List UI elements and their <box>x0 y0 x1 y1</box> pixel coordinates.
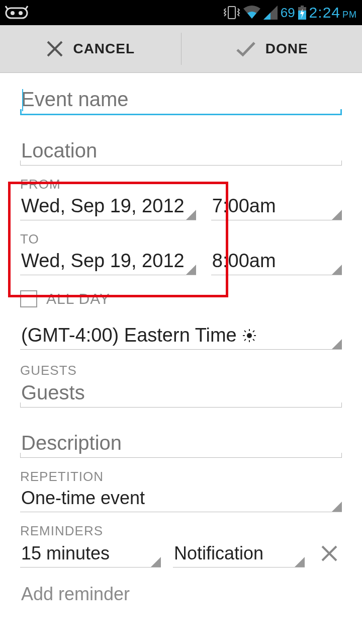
svg-line-18 <box>244 339 246 341</box>
description-input[interactable] <box>20 425 342 458</box>
svg-line-19 <box>253 331 254 332</box>
svg-line-4 <box>26 6 28 9</box>
to-time-spinner[interactable]: 8:00am <box>211 248 342 275</box>
description-wrapper <box>20 425 342 458</box>
svg-point-11 <box>247 333 252 338</box>
event-form: FROM Wed, Sep 19, 2012 7:00am TO Wed, Se… <box>0 82 362 607</box>
text-cursor <box>22 89 23 111</box>
done-label: DONE <box>265 41 308 57</box>
guests-label: GUESTS <box>20 363 342 378</box>
guests-input[interactable] <box>20 379 342 408</box>
to-date-spinner[interactable]: Wed, Sep 19, 2012 <box>20 248 196 275</box>
remove-reminder-button[interactable] <box>317 544 342 568</box>
action-bar: CANCEL DONE <box>0 25 362 73</box>
from-time-spinner[interactable]: 7:00am <box>211 193 342 220</box>
repetition-spinner[interactable]: One-time event <box>20 486 342 512</box>
signal-icon <box>263 6 278 20</box>
svg-rect-5 <box>228 7 235 19</box>
status-bar: 69 2:24PM <box>0 0 362 25</box>
from-label: FROM <box>20 177 342 192</box>
reminder-type-spinner[interactable]: Notification <box>173 541 305 568</box>
vibrate-icon <box>223 5 240 20</box>
all-day-checkbox[interactable] <box>20 290 37 307</box>
check-icon <box>235 40 256 58</box>
svg-point-1 <box>11 11 15 15</box>
to-label: TO <box>20 231 342 247</box>
status-right: 69 2:24PM <box>223 4 357 21</box>
cyanogenmod-icon <box>5 5 28 20</box>
reminder-row: 15 minutes Notification <box>20 541 342 568</box>
guests-wrapper <box>20 379 342 408</box>
reminders-label: REMINDERS <box>20 523 342 539</box>
close-icon <box>320 544 338 562</box>
clock: 2:24PM <box>309 4 357 21</box>
svg-point-2 <box>19 11 23 15</box>
svg-line-3 <box>6 6 8 9</box>
status-left <box>5 5 28 20</box>
from-date-spinner[interactable]: Wed, Sep 19, 2012 <box>20 193 196 220</box>
event-name-wrapper <box>20 82 342 115</box>
svg-rect-7 <box>301 6 304 7</box>
add-reminder-button[interactable]: Add reminder <box>20 582 342 607</box>
close-icon <box>46 40 64 58</box>
all-day-label: ALL DAY <box>46 290 110 307</box>
timezone-spinner[interactable]: (GMT-4:00) Eastern Time <box>20 323 342 350</box>
battery-percent: 69 <box>281 5 295 21</box>
timezone-value: (GMT-4:00) Eastern Time <box>21 325 237 346</box>
location-wrapper <box>20 132 342 166</box>
battery-icon <box>298 6 306 20</box>
clock-time: 2:24 <box>309 4 340 21</box>
all-day-row[interactable]: ALL DAY <box>20 290 342 307</box>
location-input[interactable] <box>20 132 342 166</box>
svg-rect-0 <box>6 8 27 18</box>
svg-line-17 <box>253 339 254 341</box>
cancel-button[interactable]: CANCEL <box>0 25 181 72</box>
done-button[interactable]: DONE <box>182 25 363 72</box>
wifi-icon <box>243 6 260 20</box>
svg-line-16 <box>244 331 246 332</box>
clock-ampm: PM <box>342 10 357 20</box>
sun-icon <box>243 329 256 342</box>
event-name-input[interactable] <box>20 82 342 115</box>
cancel-label: CANCEL <box>73 41 135 57</box>
repetition-label: REPETITION <box>20 469 342 485</box>
reminder-duration-spinner[interactable]: 15 minutes <box>20 541 161 568</box>
